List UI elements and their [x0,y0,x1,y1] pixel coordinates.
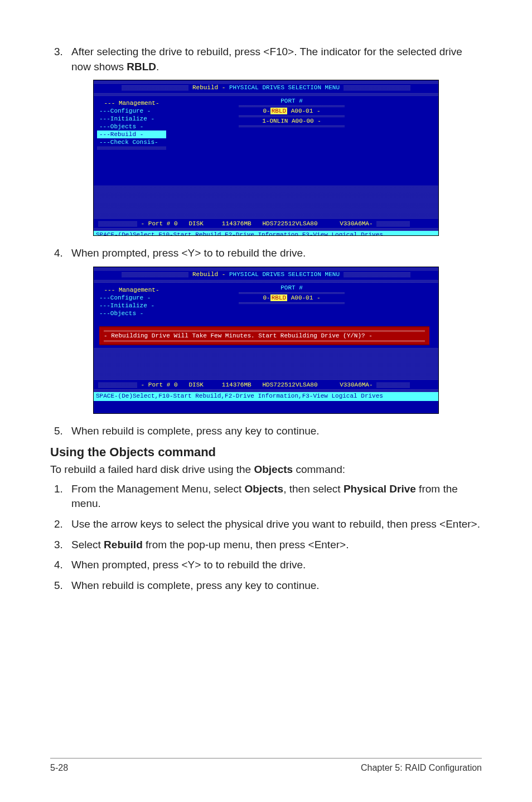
dos1-port-row-1: 1-ONLIN A00-00 - [239,117,345,125]
step3-bold: RBLD [127,61,156,73]
dos1-title-b: PHYSICAL DRIVES SELECTION MENU [229,84,340,91]
objects-step-4: When prompted, press <Y> to to rebuild t… [66,558,482,573]
dos1-port-panel: PORT # 0-RBLD A00-01 - 1-ONLIN A00-00 - [239,97,345,127]
objects-step-2: Use the arrow keys to select the physica… [66,517,482,532]
dos2-port-panel: PORT # 0-RBLD A00-01 - [239,284,345,304]
dos1-status-line: SPACE-(De)Select,F10-Start Rebuild,F2-Dr… [94,231,438,236]
objects-step-3: Select Rebuild from the pop-up menu, the… [66,538,482,553]
dos1-port-row-0: 0-RBLD A00-01 - [239,107,345,115]
dos1-title-a: Rebuild - [192,84,229,91]
step-4: When prompted, press <Y> to to rebuild t… [66,246,482,261]
intro-text: To rebuild a failed hard disk drive usin… [50,462,482,477]
step-3: After selecting the drive to rebuild, pr… [66,45,482,74]
rbld-indicator: RBLD [270,294,287,301]
page-number: 5-28 [50,762,68,774]
dos2-management-menu: --- Management- ---Configure - ---Initia… [97,286,166,317]
dos2-port-row-0: 0-RBLD A00-01 - [239,294,345,302]
chapter-label: Chapter 5: RAID Configuration [361,762,482,774]
dos2-rebuild-confirm-prompt: - Rebuilding Drive Will Take Few Minutes… [99,326,429,345]
bios-screenshot-rebuild-selection: Rebuild - PHYSICAL DRIVES SELECTION MENU… [93,80,439,236]
objects-step-1: From the Management Menu, select Objects… [66,482,482,511]
rbld-indicator: RBLD [270,108,287,114]
dos1-management-menu: --- Management- ---Configure - ---Initia… [97,99,166,149]
dos1-drive-info-footer: - Port # 0 DISK 114376MB HDS722512VLSA80… [94,220,438,228]
section-heading-objects-command: Using the Objects command [50,444,482,461]
objects-step-5: When rebuild is complete, press any key … [66,578,482,593]
page-footer: 5-28 Chapter 5: RAID Configuration [50,758,482,774]
bios-screenshot-rebuild-prompt: Rebuild - PHYSICAL DRIVES SELECTION MENU… [93,267,439,414]
dos2-status-line: SPACE-(De)Select,F10-Start Rebuild,F2-Dr… [94,392,438,401]
step4-text: When prompted, press <Y> to to rebuild t… [71,247,306,259]
dos2-title-b: PHYSICAL DRIVES SELECTION MENU [229,271,340,278]
dos2-drive-info-footer: - Port # 0 DISK 114376MB HDS722512VLSA80… [94,381,438,389]
step-5: When rebuild is complete, press any key … [66,424,482,439]
step5-text: When rebuild is complete, press any key … [71,425,320,437]
step3-text-b: . [156,61,159,73]
dos2-title-a: Rebuild - [192,271,229,278]
dos1-menu-rebuild-selected: ---Rebuild - [97,131,166,138]
